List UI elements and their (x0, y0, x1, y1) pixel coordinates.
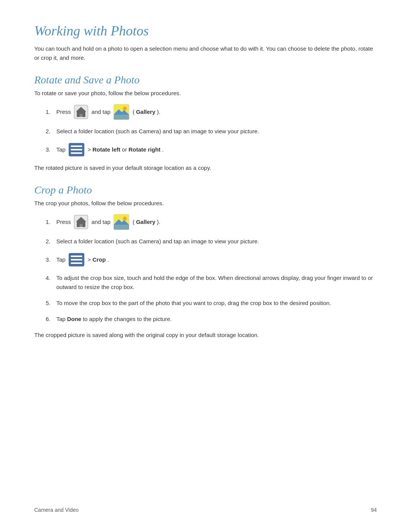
crop-step-2: 2. Select a folder location (such as Cam… (46, 237, 377, 246)
crop-step-6-content: Tap Done to apply the changes to the pic… (56, 315, 172, 324)
and-tap-label-2: and tap (91, 217, 110, 227)
footer-left: Camera and Video (34, 507, 78, 513)
menu-icon-crop (68, 253, 84, 267)
gallery-paren-open-2: ( (132, 217, 134, 227)
crop-step-6: 6. Tap Done to apply the changes to the … (46, 315, 377, 324)
svg-point-5 (123, 107, 127, 110)
svg-rect-20 (71, 259, 82, 260)
svg-point-16 (123, 217, 127, 220)
page-intro: You can touch and hold on a photo to ope… (34, 44, 377, 62)
rotate-steps-list: 1. Press and tap (46, 104, 377, 157)
rotate-note: The rotated picture is saved in your def… (34, 163, 377, 173)
crop-step-3-num: 3. (46, 255, 56, 264)
crop-section-intro: The crop your photos, follow the below p… (34, 200, 377, 206)
crop-period: . (107, 255, 109, 264)
crop-label: Crop (92, 255, 106, 264)
crop-step-5-content: To move the crop box to the part of the … (56, 299, 331, 308)
gallery-icon-2 (113, 214, 129, 230)
home-icon-2 (74, 215, 88, 229)
svg-rect-10 (71, 152, 82, 154)
crop-step-4-num: 4. (46, 273, 56, 283)
page-container: Working with Photos You can touch and ho… (0, 0, 411, 382)
crop-step-5-num: 5. (46, 299, 56, 308)
crop-note: The cropped picture is saved along with … (34, 331, 377, 340)
crop-steps-list: 1. Press and tap (Gallery) (46, 214, 377, 324)
crop-step-2-num: 2. (46, 237, 56, 246)
chevron-crop: > (88, 255, 91, 264)
footer-right: 94 (371, 507, 377, 513)
rotate-section: Rotate and Save a Photo To rotate or sav… (34, 74, 377, 173)
menu-icon-rotate (68, 143, 84, 157)
crop-step-4: 4. To adjust the crop box size, touch an… (46, 273, 377, 292)
gallery-label-1: Gallery (136, 107, 155, 117)
press-label-2: Press (56, 217, 71, 227)
crop-section-title: Crop a Photo (34, 184, 377, 196)
rotate-step-2-num: 2. (46, 127, 56, 136)
rotate-step-3-num: 3. (46, 145, 56, 154)
gallery-paren-close-1: ). (157, 107, 160, 117)
chevron-rotate: > (88, 145, 91, 154)
rotate-section-intro: To rotate or save your photo, follow the… (34, 90, 377, 96)
gallery-icon-1 (113, 104, 129, 120)
rotate-step-1: 1. Press and tap (46, 104, 377, 120)
done-label: Done (67, 315, 81, 324)
rotate-right-label: Rotate right (129, 145, 161, 154)
crop-step-5: 5. To move the crop box to the part of t… (46, 299, 377, 308)
crop-step-2-content: Select a folder location (such as Camera… (56, 237, 259, 246)
crop-step-1-content: Press and tap (Gallery). (56, 214, 160, 230)
or-label-rotate: or (122, 145, 127, 154)
page-footer: Camera and Video 94 (34, 507, 377, 513)
press-label-1: Press (56, 107, 71, 117)
tap-label-rotate: Tap (56, 145, 65, 154)
rotate-period: . (162, 145, 164, 154)
home-icon-1 (74, 105, 88, 119)
rotate-step-1-content: Press and tap (Gallery) (56, 104, 160, 120)
and-tap-label-1: and tap (91, 107, 110, 117)
crop-step-6-num: 6. (46, 315, 56, 324)
svg-rect-19 (71, 256, 82, 257)
crop-section: Crop a Photo The crop your photos, follo… (34, 184, 377, 340)
gallery-paren-close-2: ). (157, 217, 160, 227)
gallery-paren-open-1: ( (132, 107, 134, 117)
rotate-left-label: Rotate left (92, 145, 120, 154)
rotate-step-3: 3. Tap > Rotate left or Rotate right. (46, 143, 377, 157)
svg-rect-13 (80, 224, 83, 227)
svg-rect-2 (80, 114, 83, 117)
svg-rect-8 (71, 145, 82, 147)
tap-label-crop: Tap (56, 255, 65, 264)
crop-step-4-content: To adjust the crop box size, touch and h… (56, 273, 377, 292)
crop-step-1: 1. Press and tap (Gallery) (46, 214, 377, 230)
rotate-step-1-num: 1. (46, 107, 56, 117)
svg-rect-21 (71, 262, 82, 264)
rotate-step-2-content: Select a folder location (such as Camera… (56, 127, 259, 136)
gallery-label-2: Gallery (136, 217, 155, 227)
crop-step-1-num: 1. (46, 217, 56, 227)
rotate-step-3-content: Tap > Rotate left or Rotate right. (56, 143, 164, 157)
page-title: Working with Photos (34, 23, 377, 39)
crop-step-3: 3. Tap > Crop. (46, 253, 377, 267)
crop-step-3-content: Tap > Crop. (56, 253, 109, 267)
rotate-section-title: Rotate and Save a Photo (34, 74, 377, 86)
rotate-step-2: 2. Select a folder location (such as Cam… (46, 127, 377, 136)
svg-rect-9 (71, 149, 82, 150)
